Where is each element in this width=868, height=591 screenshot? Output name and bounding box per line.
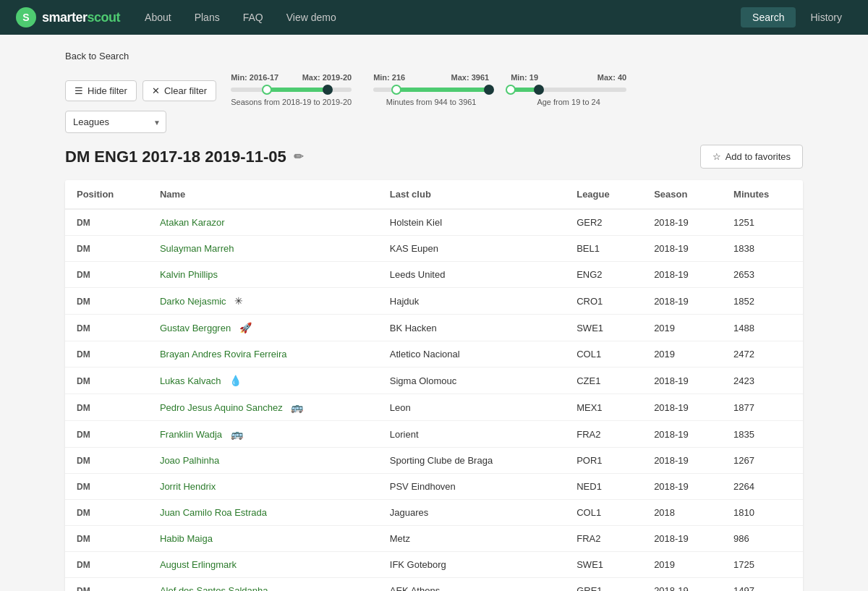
minutes-thumb-left[interactable] <box>391 85 401 95</box>
minutes-max-label: Max: 3961 <box>451 73 490 82</box>
seasons-min-label: Min: 2016-17 <box>231 73 278 82</box>
cell-season: 2018-19 <box>642 262 722 288</box>
cell-name: Franklin Wadja 🚌 <box>148 421 378 448</box>
cell-season: 2019 <box>642 552 722 578</box>
position-badge: DM <box>77 534 90 544</box>
age-max-label: Max: 40 <box>597 73 626 82</box>
col-season: Season <box>642 180 722 209</box>
player-name-link[interactable]: Brayan Andres Rovira Ferreira <box>160 349 287 360</box>
cell-season: 2018-19 <box>642 578 722 592</box>
cell-position: DM <box>65 552 148 578</box>
player-name-link[interactable]: Sulayman Marreh <box>160 243 234 254</box>
cell-season: 2018-19 <box>642 394 722 421</box>
cell-minutes: 1488 <box>722 315 803 341</box>
cell-season: 2018-19 <box>642 367 722 394</box>
age-thumb-right[interactable] <box>534 85 544 95</box>
cell-minutes: 1251 <box>722 209 803 236</box>
leagues-select[interactable]: Leagues <box>65 111 166 133</box>
position-badge: DM <box>77 560 90 570</box>
nav-plans[interactable]: Plans <box>184 7 230 27</box>
player-name-link[interactable]: Jorrit Hendrix <box>160 481 216 492</box>
hide-filter-button[interactable]: ☰ Hide filter <box>65 80 137 101</box>
cell-league: FRA2 <box>565 526 642 552</box>
player-name-link[interactable]: Franklin Wadja <box>160 429 222 440</box>
add-to-favorites-button[interactable]: ☆ Add to favorites <box>700 145 803 169</box>
cell-minutes: 1838 <box>722 236 803 262</box>
col-club: Last club <box>378 180 565 209</box>
minutes-slider-fill <box>396 88 489 92</box>
player-name-link[interactable]: Darko Nejasmic <box>160 296 226 307</box>
search-nav-button[interactable]: Search <box>741 7 796 27</box>
filter-sliders: Min: 2016-17 Max: 2019-20 Seasons from 2… <box>231 73 626 106</box>
header-row: Position Name Last club League Season Mi… <box>65 180 803 209</box>
position-badge: DM <box>77 297 90 307</box>
age-thumb-left[interactable] <box>506 85 516 95</box>
position-badge: DM <box>77 349 90 360</box>
minutes-slider-track[interactable] <box>373 88 489 92</box>
minutes-thumb-right[interactable] <box>484 85 494 95</box>
cell-club: PSV Eindhoven <box>378 474 565 500</box>
filter-icon: ☰ <box>75 85 83 96</box>
position-badge: DM <box>77 586 90 591</box>
player-fire-icon: 💧 <box>229 375 242 386</box>
player-name-link[interactable]: August Erlingmark <box>160 559 237 570</box>
cell-position: DM <box>65 526 148 552</box>
seasons-slider-fill <box>267 88 327 92</box>
cell-club: Lorient <box>378 421 565 448</box>
player-name-link[interactable]: Pedro Jesus Aquino Sanchez <box>160 402 283 413</box>
player-name-link[interactable]: Gustav Berggren <box>160 323 231 333</box>
cell-league: COL1 <box>565 500 642 526</box>
cell-league: CZE1 <box>565 367 642 394</box>
cell-minutes: 1267 <box>722 448 803 474</box>
position-badge: DM <box>77 270 90 280</box>
main-content: Back to Search ☰ Hide filter ✕ Clear fil… <box>51 35 817 591</box>
cell-league: POR1 <box>565 448 642 474</box>
player-name-link[interactable]: Atakan Karazor <box>160 217 225 228</box>
cell-club: Sporting Clube de Braga <box>378 448 565 474</box>
seasons-slider-labels: Min: 2016-17 Max: 2019-20 <box>231 73 352 82</box>
position-badge: DM <box>77 376 90 386</box>
cell-season: 2018-19 <box>642 474 722 500</box>
player-name-link[interactable]: Kalvin Phillips <box>160 269 218 280</box>
nav-about[interactable]: About <box>135 7 182 27</box>
cell-club: Metz <box>378 526 565 552</box>
table-row: DM Juan Camilo Roa Estrada Jaguares COL1… <box>65 500 803 526</box>
cell-minutes: 1852 <box>722 288 803 315</box>
cell-league: GRE1 <box>565 578 642 592</box>
cell-minutes: 2472 <box>722 341 803 367</box>
filter-buttons: ☰ Hide filter ✕ Clear filter <box>65 73 216 101</box>
cell-season: 2019 <box>642 315 722 341</box>
table-row: DM Lukas Kalvach 💧 Sigma Olomouc CZE1 20… <box>65 367 803 394</box>
age-slider-desc: Age from 19 to 24 <box>511 98 626 106</box>
position-badge: DM <box>77 482 90 492</box>
cell-position: DM <box>65 367 148 394</box>
cell-position: DM <box>65 236 148 262</box>
player-name-link[interactable]: Juan Camilo Roa Estrada <box>160 507 267 518</box>
player-name-link[interactable]: Joao Palhinha <box>160 455 219 466</box>
player-name-link[interactable]: Habib Maiga <box>160 533 213 544</box>
player-name-link[interactable]: Alef dos Santos Saldanha <box>160 585 268 591</box>
player-rocket-icon: 🚀 <box>239 322 252 333</box>
brand[interactable]: S smarterscout <box>14 6 120 29</box>
age-slider-labels: Min: 19 Max: 40 <box>511 73 626 82</box>
clear-filter-button[interactable]: ✕ Clear filter <box>142 80 216 101</box>
cell-minutes: 2653 <box>722 262 803 288</box>
back-to-search-link[interactable]: Back to Search <box>65 51 129 61</box>
brand-logo-icon: S <box>14 6 38 29</box>
nav-viewdemo[interactable]: View demo <box>276 7 346 27</box>
table-row: DM Pedro Jesus Aquino Sanchez 🚌 Leon MEX… <box>65 394 803 421</box>
age-slider-track[interactable] <box>511 88 626 92</box>
cell-league: GER2 <box>565 209 642 236</box>
seasons-thumb-left[interactable] <box>262 85 272 95</box>
table-row: DM Kalvin Phillips Leeds United ENG2 201… <box>65 262 803 288</box>
age-slider-group: Min: 19 Max: 40 Age from 19 to 24 <box>511 73 626 106</box>
table-row: DM Sulayman Marreh KAS Eupen BEL1 2018-1… <box>65 236 803 262</box>
seasons-thumb-right[interactable] <box>323 85 333 95</box>
nav-faq[interactable]: FAQ <box>233 7 273 27</box>
seasons-slider-track[interactable] <box>231 88 352 92</box>
history-nav-button[interactable]: History <box>799 7 854 27</box>
col-position: Position <box>65 180 148 209</box>
edit-title-icon[interactable]: ✏ <box>294 150 303 163</box>
player-name-link[interactable]: Lukas Kalvach <box>160 375 221 386</box>
table-header: Position Name Last club League Season Mi… <box>65 180 803 209</box>
